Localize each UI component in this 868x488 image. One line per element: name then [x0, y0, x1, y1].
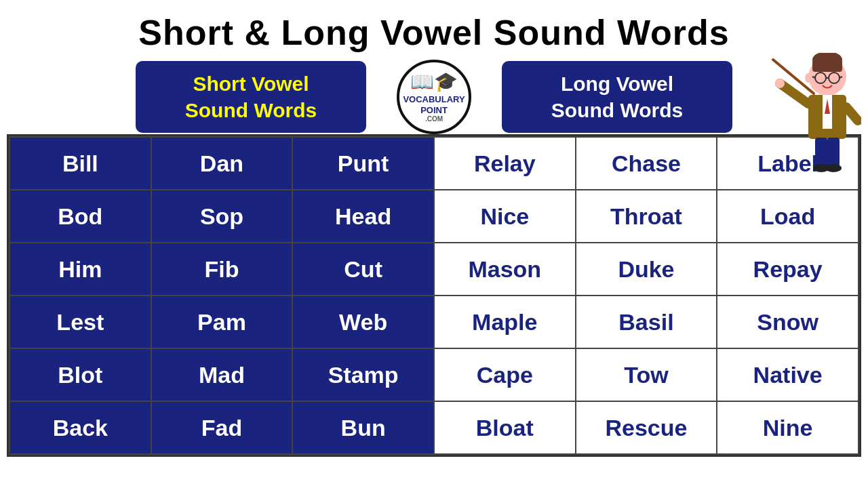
short-cell-2-1: Fib	[151, 243, 293, 296]
long-cell-5-2: Nine	[717, 401, 859, 454]
short-cell-1-1: Sop	[151, 190, 293, 243]
page-title: Short & Long Vowel Sound Words	[0, 0, 868, 60]
svg-rect-16	[827, 138, 840, 168]
short-cell-2-0: Him	[9, 243, 151, 296]
logo-area: 📖🎓 VOCABULARY POINT .COM	[366, 60, 502, 134]
table-row: HimFibCutMasonDukeRepay	[9, 243, 859, 296]
short-cell-5-0: Back	[9, 401, 151, 454]
logo-com: .COM	[425, 115, 443, 123]
long-cell-0-1: Chase	[576, 137, 717, 190]
short-cell-1-0: Bod	[9, 190, 151, 243]
long-cell-3-2: Snow	[717, 296, 859, 348]
long-label-line1: Long Vowel	[561, 73, 673, 95]
short-cell-4-1: Mad	[151, 348, 293, 401]
table-row: BillDanPuntRelayChaseLabel	[9, 137, 859, 190]
short-cell-5-1: Fad	[151, 401, 293, 454]
short-cell-3-1: Pam	[151, 296, 293, 348]
short-cell-5-2: Bun	[292, 401, 434, 454]
long-cell-1-2: Load	[717, 190, 859, 243]
long-cell-4-2: Native	[717, 348, 859, 401]
short-vowel-label: Short Vowel Sound Words	[136, 61, 366, 133]
long-cell-3-1: Basil	[576, 296, 717, 348]
logo-point: POINT	[420, 105, 448, 116]
svg-rect-3	[812, 60, 842, 72]
svg-point-9	[805, 73, 812, 83]
logo-circle: 📖🎓 VOCABULARY POINT .COM	[397, 60, 471, 134]
short-cell-0-1: Dan	[151, 137, 293, 190]
words-table-container: BillDanPuntRelayChaseLabelBodSopHeadNice…	[7, 134, 861, 457]
long-cell-1-0: Nice	[434, 190, 576, 243]
short-cell-2-2: Cut	[292, 243, 434, 296]
short-cell-0-0: Bill	[9, 137, 151, 190]
long-cell-5-1: Rescue	[576, 401, 717, 454]
short-cell-4-0: Blot	[9, 348, 151, 401]
short-cell-3-0: Lest	[9, 296, 151, 348]
long-cell-2-1: Duke	[576, 243, 717, 296]
long-cell-2-2: Repay	[717, 243, 859, 296]
short-label-line2: Sound Words	[185, 99, 317, 121]
long-cell-4-1: Tow	[576, 348, 717, 401]
long-cell-2-0: Mason	[434, 243, 576, 296]
logo-vocab: VOCABULARY	[403, 94, 465, 105]
long-vowel-label: Long Vowel Sound Words	[502, 61, 732, 133]
short-cell-0-2: Punt	[292, 137, 434, 190]
teacher-figure	[760, 53, 861, 155]
short-cell-4-2: Stamp	[292, 348, 434, 401]
long-cell-1-1: Throat	[576, 190, 717, 243]
svg-line-14	[846, 107, 858, 121]
header-row: Short Vowel Sound Words 📖🎓 VOCABULARY PO…	[0, 60, 868, 134]
long-cell-3-0: Maple	[434, 296, 576, 348]
book-icon: 📖🎓	[410, 70, 458, 94]
short-cell-1-2: Head	[292, 190, 434, 243]
long-cell-5-0: Bloat	[434, 401, 576, 454]
long-cell-4-0: Cape	[434, 348, 576, 401]
short-cell-3-2: Web	[292, 296, 434, 348]
table-row: BackFadBunBloatRescueNine	[9, 401, 859, 454]
svg-point-19	[775, 79, 785, 88]
table-row: BodSopHeadNiceThroatLoad	[9, 190, 859, 243]
long-cell-0-0: Relay	[434, 137, 576, 190]
table-row: BlotMadStampCapeTowNative	[9, 348, 859, 401]
table-row: LestPamWebMapleBasilSnow	[9, 296, 859, 348]
svg-point-18	[825, 164, 842, 172]
svg-rect-15	[815, 138, 827, 168]
short-label-line1: Short Vowel	[193, 73, 309, 95]
words-table: BillDanPuntRelayChaseLabelBodSopHeadNice…	[9, 136, 859, 455]
long-label-line2: Sound Words	[551, 99, 683, 121]
